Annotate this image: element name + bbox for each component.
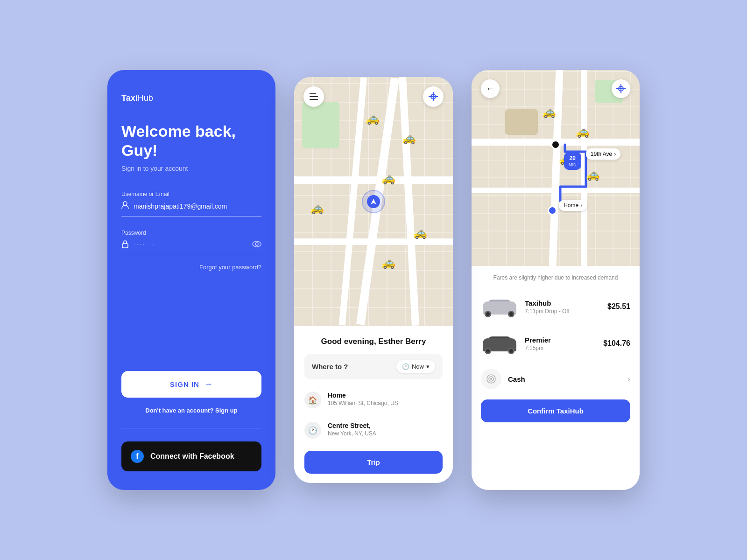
chevron-right-icon: › <box>614 151 616 157</box>
car-image-silver <box>481 295 518 318</box>
map-road <box>294 176 453 184</box>
ride-option-premier[interactable]: Premier 7:15pm $104.76 <box>481 325 630 362</box>
back-icon: ← <box>486 84 494 94</box>
facebook-button[interactable]: f Connect with Facebook <box>121 441 261 471</box>
map-road <box>294 238 453 245</box>
username-input[interactable]: manishprajapati179@gmail.com <box>121 201 261 217</box>
navigation-icon <box>367 195 380 208</box>
route-start-marker <box>551 140 560 149</box>
menu-button[interactable] <box>303 86 324 107</box>
route-street-label: 19th Ave › <box>586 148 621 160</box>
chevron-right-icon: › <box>627 374 630 384</box>
ride-price-taxihub: $25.51 <box>607 302 630 311</box>
eye-icon[interactable] <box>252 240 261 250</box>
facebook-label: Connect with Facebook <box>150 452 234 461</box>
signin-button[interactable]: SIGN IN → <box>121 371 261 398</box>
ride-time-taxihub: 7:11pm Drop - Off <box>525 308 601 315</box>
ride-time-premier: 7:15pm <box>525 345 597 351</box>
home-map-name: Home <box>564 202 578 209</box>
home-name: Home <box>328 392 443 399</box>
home-icon: 🏠 <box>304 392 321 408</box>
confirm-screen: 🚕 🚕 🚕 🚕 20 MIN 19th Ave › Home › ← <box>472 70 640 490</box>
clock-icon: 🕐 <box>402 363 409 370</box>
ride-price-premier: $104.76 <box>603 339 630 348</box>
username-value[interactable]: manishprajapati179@gmail.com <box>134 203 261 210</box>
svg-point-7 <box>490 378 492 380</box>
eta-minutes: 20 <box>569 155 577 161</box>
divider <box>121 428 261 428</box>
no-account-text: Don't have an account? Sign up <box>121 407 261 414</box>
username-label: Username or Email <box>121 191 261 197</box>
ride-name-premier: Premier <box>525 336 597 344</box>
route-path <box>472 70 640 266</box>
recent-icon: 🕐 <box>304 422 321 439</box>
route-end-marker <box>548 206 557 215</box>
bottom-sheet: Good evening, Esther Berry Where to ? 🕐 … <box>294 326 453 483</box>
svg-point-3 <box>255 243 258 245</box>
home-map-label: Home › <box>559 200 587 211</box>
centre-location-item[interactable]: 🕐 Centre Street, New York, NY, USA <box>304 417 443 443</box>
back-button[interactable]: ← <box>481 79 500 98</box>
svg-marker-4 <box>371 199 376 204</box>
welcome-title: Welcome back, Guy! <box>121 122 261 160</box>
taxi-marker: 🚕 <box>381 172 395 185</box>
taxi-marker: 🚕 <box>586 168 600 181</box>
password-value[interactable]: ······· <box>134 242 252 247</box>
centre-name: Centre Street, <box>328 422 443 429</box>
crosshair-icon <box>616 84 626 93</box>
payment-label: Cash <box>508 375 621 383</box>
locate-button[interactable] <box>423 86 444 107</box>
svg-point-2 <box>253 241 261 247</box>
svg-point-0 <box>123 202 127 205</box>
map-view: 🚕 🚕 🚕 🚕 🚕 🚕 <box>294 77 453 326</box>
welcome-subtitle: Sign in to your account <box>121 165 261 172</box>
password-label: Password <box>121 230 261 236</box>
user-location-marker <box>362 190 385 213</box>
taxi-marker: 🚕 <box>576 125 590 138</box>
centre-address: New York, NY, USA <box>328 430 443 437</box>
taxi-marker: 🚕 <box>366 112 380 125</box>
chevron-right-icon-small: › <box>580 202 582 209</box>
login-screen: TaxiHub Welcome back, Guy! Sign in to yo… <box>107 70 275 490</box>
confirm-map-view: 🚕 🚕 🚕 🚕 20 MIN 19th Ave › Home › ← <box>472 70 640 266</box>
hamburger-icon <box>310 93 318 100</box>
eta-unit: MIN <box>569 162 577 167</box>
chevron-down-icon: ▾ <box>426 363 430 370</box>
home-location-item[interactable]: 🏠 Home 105 William St, Chicago, US <box>304 387 443 413</box>
arrow-right-icon: → <box>204 379 213 389</box>
logo: TaxiHub <box>121 93 261 103</box>
home-address: 105 William St, Chicago, US <box>328 400 443 406</box>
taxi-marker: 🚕 <box>402 132 416 145</box>
signin-label: SIGN IN <box>170 380 199 388</box>
greeting-text: Good evening, Esther Berry <box>304 337 443 346</box>
locate-button[interactable] <box>612 79 630 98</box>
svg-rect-1 <box>122 244 128 248</box>
taxi-marker: 🚕 <box>542 105 556 119</box>
payment-method-row[interactable]: Cash › <box>481 362 630 396</box>
facebook-icon: f <box>131 450 144 463</box>
eta-badge: 20 MIN <box>564 152 581 169</box>
forgot-password-link[interactable]: Forgot your password? <box>121 264 261 271</box>
password-input[interactable]: ······· <box>121 240 261 255</box>
confirm-bottom-sheet: Fares are slightly higher due to increas… <box>472 266 640 490</box>
where-to-label: Where to ? <box>312 363 392 371</box>
ride-name-taxihub: Taxihub <box>525 299 601 307</box>
lock-icon <box>121 240 129 250</box>
signup-link[interactable]: Sign up <box>215 407 238 414</box>
now-label: Now <box>412 363 424 370</box>
ride-option-taxihub[interactable]: Taxihub 7:11pm Drop - Off $25.51 <box>481 288 630 325</box>
route-name: 19th Ave <box>591 151 613 157</box>
taxi-marker: 🚕 <box>381 256 395 269</box>
confirm-button[interactable]: Confirm TaxiHub <box>481 399 630 422</box>
demand-notice: Fares are slightly higher due to increas… <box>481 274 630 281</box>
trip-button[interactable]: Trip <box>304 451 443 474</box>
map-park <box>302 102 339 148</box>
map-screen: 🚕 🚕 🚕 🚕 🚕 🚕 <box>294 77 453 483</box>
time-selector[interactable]: 🕐 Now ▾ <box>396 360 435 373</box>
where-to-input[interactable]: Where to ? 🕐 Now ▾ <box>304 354 443 379</box>
crosshair-icon <box>429 92 438 101</box>
list-divider <box>304 415 443 415</box>
user-icon <box>121 201 129 211</box>
taxi-marker: 🚕 <box>413 226 427 239</box>
car-image-dark <box>481 332 518 355</box>
